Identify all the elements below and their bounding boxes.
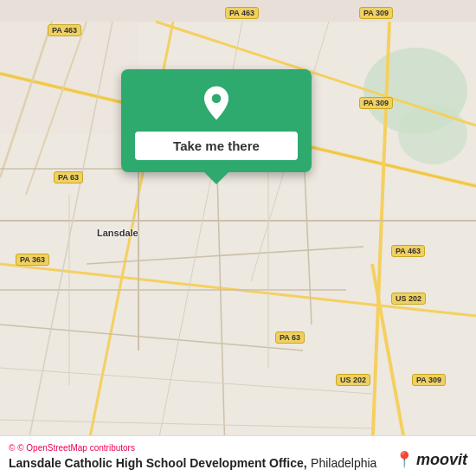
road-badge-us202-right: US 202 <box>391 293 426 305</box>
moovit-pin-icon: 📍 <box>395 450 414 469</box>
location-pin-icon <box>197 85 235 123</box>
road-badge-pa463-right: PA 463 <box>391 245 425 257</box>
attribution-text: © OpenStreetMap contributors <box>17 443 135 453</box>
city-name: Philadelphia <box>311 456 376 470</box>
moovit-brand-text: moovit <box>416 451 467 469</box>
svg-point-2 <box>398 104 467 164</box>
location-name: Lansdale Catholic High School Developmen… <box>9 456 307 470</box>
road-badge-pa63-bottom: PA 63 <box>275 331 305 344</box>
road-badge-pa63-left: PA 63 <box>54 171 83 183</box>
moovit-logo: 📍 moovit <box>395 450 467 469</box>
road-badge-us202-bottom: US 202 <box>336 374 370 386</box>
road-badge-pa309-center: PA 309 <box>359 97 393 109</box>
road-badge-pa309-bottom: PA 309 <box>412 374 446 386</box>
road-badge-pa463-top-left: PA 463 <box>48 24 81 36</box>
bottom-bar: © © OpenStreetMap contributors Lansdale … <box>0 435 476 476</box>
svg-point-29 <box>212 94 222 104</box>
lansdale-label: Lansdale <box>97 228 138 238</box>
road-badge-pa363-left: PA 363 <box>16 254 49 266</box>
map-container: PA 463 PA 463 PA 309 PA 463 PA 309 PA 63… <box>0 0 476 476</box>
popup-card[interactable]: Take me there <box>121 69 312 172</box>
road-badge-pa309-top-right: PA 309 <box>359 7 393 19</box>
road-badge-pa463-top-center: PA 463 <box>225 7 259 19</box>
take-me-there-button[interactable]: Take me there <box>135 132 298 160</box>
copyright-symbol: © <box>9 443 15 453</box>
